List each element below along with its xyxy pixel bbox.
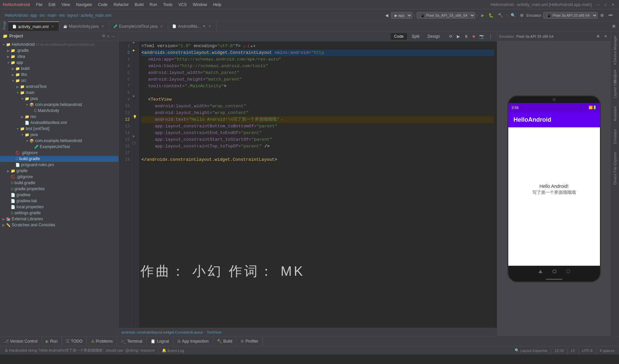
tree-local-properties[interactable]: 📄 local.properties [0,204,118,210]
panel-action-settings[interactable]: ⚙ [101,33,106,39]
device-manager-panel[interactable]: Device Manager [612,31,618,66]
fold-1[interactable]: ▼ [133,41,134,45]
settings2-btn[interactable]: ⚙ [599,12,606,18]
tree-settings-gradle[interactable]: G settings.gradle [0,210,118,216]
more-btn[interactable]: ••• [607,12,614,18]
menu-vcs[interactable]: VCS [176,2,190,8]
code-editor[interactable]: 1 2 3 4 5 6 7 8 9 10 11 12 13 14 15 16 1… [119,41,497,328]
menu-run[interactable]: Run [147,2,160,8]
tree-package-main[interactable]: ▼ 📦 com.example.helloandroid [0,102,118,108]
debug-btn[interactable]: 🐛 [487,12,495,18]
tree-gradlew-bat[interactable]: 📄 gradlew.bat [0,198,118,204]
play-btn[interactable]: ▶ [455,33,461,39]
menu-view[interactable]: View [59,2,73,8]
fold-end-13[interactable]: — [133,142,135,144]
emulator-select[interactable]: 📱 Pixel 3a API 33 x86 64 [543,12,598,19]
path-textview[interactable]: TextView [207,330,221,334]
recent-files-btn[interactable]: ⊞ [611,23,617,29]
encoding-status[interactable]: UTF-8 [580,349,595,353]
run-tool-btn[interactable]: ▶ Run [42,336,62,346]
tree-proguard[interactable]: 📄 proguard-rules.pro [0,162,118,168]
device-file-explorer-panel[interactable]: Device File Explorer [612,148,618,189]
menu-code[interactable]: Code [95,2,110,8]
code-mode-btn[interactable]: Code [391,33,407,40]
logcat-btn[interactable]: 📋 Logcat [146,336,173,346]
panel-action-gear2[interactable]: ≡ [107,33,110,39]
tab-close-activity-main[interactable]: ✕ [50,24,55,29]
hardcoded-warning-item[interactable]: ⚠ Hardcoded string "Hello Android!\n写了第一… [3,348,157,353]
menu-build[interactable]: Build [132,2,146,8]
tree-app[interactable]: ▼ 📁 app [0,59,118,66]
path-constraint-layout[interactable]: androidx.constraintlayout.widget.Constra… [121,330,203,334]
code-content[interactable]: <?xml version="1.0" encoding="utf-8"?> ⚠… [139,41,497,328]
tab-androidmanifest[interactable]: 📄 AndroidMa... ▼ ✕ [168,21,216,31]
pause-btn[interactable]: ⏸ [462,33,470,39]
profiler-btn[interactable]: ⚙ Profiler [236,336,263,346]
split-mode-btn[interactable]: Split [408,33,423,40]
build-tool-btn[interactable]: 🔨 Build [213,336,237,346]
navigation-back-btn[interactable]: ◀ [384,12,390,18]
breadcrumb-main[interactable]: main [48,13,57,18]
tree-package-test[interactable]: ▼ 📦 com.example.helloandroid [0,138,118,144]
lf-status[interactable]: LF [569,349,577,353]
version-control-btn[interactable]: ⎇ Version Control [0,336,42,346]
more-toolbar-btn[interactable]: ⋮ [487,33,494,39]
tree-java-main[interactable]: ▼ 📁 java [0,96,118,102]
breadcrumb-layout[interactable]: layout [67,13,78,18]
breadcrumb-res[interactable]: res [59,13,65,18]
tree-res[interactable]: ▶ 📁 res [0,114,118,120]
menu-edit[interactable]: Edit [46,2,58,8]
tree-external-libraries[interactable]: ▶ 📚 External Libraries [0,216,118,222]
app-inspection-btn[interactable]: ⊞ App Inspection [173,336,213,346]
tree-gradle-root[interactable]: ▶ 📁 gradle [0,168,118,174]
tree-gitignore-root[interactable]: 🚫 .gitignore [0,174,118,180]
tree-gradle-hidden[interactable]: ▶ 📁 .gradle [0,47,118,53]
unfold-btn-1[interactable]: ▼ [253,44,255,49]
run-btn[interactable]: ▶ [480,12,486,18]
line-col-status[interactable]: 12:39 [552,349,566,353]
breadcrumb-helloandroid[interactable]: HelloAndroid [5,13,28,18]
close-button[interactable]: ✕ [610,2,616,7]
tree-build-gradle-root[interactable]: G build.gradle [0,180,118,186]
tree-main[interactable]: ▼ 📁 main [0,90,118,96]
stop-btn[interactable]: ■ [471,33,477,39]
maximize-button[interactable]: □ [603,2,608,7]
menu-refactor[interactable]: Refactor [111,2,131,8]
minimize-button[interactable]: ─ [595,2,601,7]
device-select[interactable]: 📱 Pixel 3a_API_33_x86_64 [417,12,475,19]
assistant-panel[interactable]: Assistant [612,102,618,125]
tree-exampleunittest[interactable]: 🧪 ExampleUnitTest [0,144,118,150]
settings-btn[interactable]: ⚙ [518,12,525,18]
tree-build[interactable]: ▶ 📁 build [0,66,118,72]
problems-btn[interactable]: ⚠ Problems [87,336,117,346]
run-config-select[interactable]: ▶ app [391,12,412,19]
tab-close-mainactivity[interactable]: ✕ [100,24,105,28]
tab-activity-main-xml[interactable]: 📄 activity_main.xml ✕ [8,21,59,31]
tree-gradlew[interactable]: 📄 gradlew [0,192,118,198]
build-btn[interactable]: 🔨 [496,12,505,18]
breadcrumb-file[interactable]: activity_main.xml [81,13,111,18]
todo-btn[interactable]: ☰ TODO [62,336,87,346]
tree-root[interactable]: ▼ 📁 HelloAndroid D:\AndroidStudioProject… [0,41,118,47]
indent-status[interactable]: 4 spaces [598,349,616,353]
menu-tools[interactable]: Tools [161,2,175,8]
menu-file[interactable]: File [33,2,45,8]
fold-btn-1[interactable]: ▲ [251,44,253,49]
device-close-btn[interactable]: ✕ [603,34,609,39]
tree-androidtest[interactable]: ▶ 📁 androidTest [0,84,118,90]
tree-java-test[interactable]: ▼ 📁 java [0,132,118,138]
tab-close-exampleunittest[interactable]: ✕ [159,24,164,28]
menu-help[interactable]: Help [210,2,224,8]
tab-more-icon[interactable]: ▼ [202,24,206,28]
event-log-status[interactable]: 🔔 Event Log [160,348,186,353]
tree-test[interactable]: ▼ 📁 test [unitTest] [0,126,118,132]
tree-androidmanifest[interactable]: 📄 AndroidManifest.xml [0,120,118,126]
tree-idea[interactable]: ▶ 📁 .idea [0,53,118,59]
menu-window[interactable]: Window [190,2,210,8]
layout-validation-panel[interactable]: Layout Validation [612,66,618,102]
search-everywhere-btn[interactable]: 🔍 [509,12,517,18]
fold-13[interactable]: ▼ [133,135,134,138]
tree-build-gradle-app[interactable]: G build.gradle [0,156,118,162]
design-mode-btn[interactable]: Design [424,33,443,40]
breadcrumb-src[interactable]: src [40,13,45,18]
